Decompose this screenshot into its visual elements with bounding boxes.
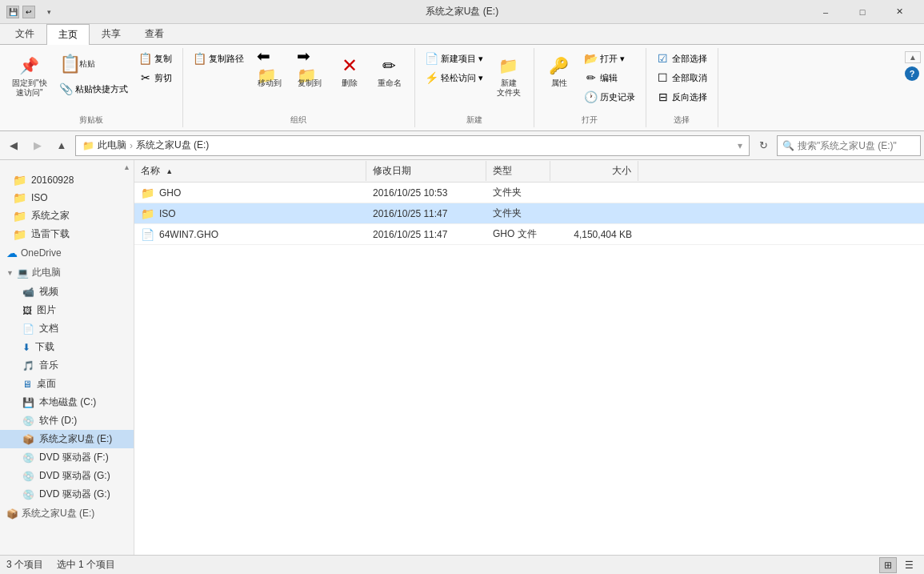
sidebar-item-thunder[interactable]: 📁 迅雷下载 [0, 225, 134, 243]
select-all-button[interactable]: ☑ 全部选择 [653, 50, 711, 67]
paste-shortcut-button[interactable]: 📎 粘贴快捷方式 [56, 80, 132, 98]
select-col: ☑ 全部选择 ☐ 全部取消 ⊟ 反向选择 [653, 50, 711, 106]
grid-view-button[interactable]: ⊞ [879, 557, 897, 573]
tab-view[interactable]: 查看 [133, 23, 176, 44]
downloads-icon: ⬇ [22, 342, 30, 353]
drive-g1-icon: 💿 [22, 471, 34, 482]
breadcrumb-part2[interactable]: 系统之家U盘 (E:) [136, 138, 209, 152]
breadcrumb-dropdown[interactable]: ▾ [738, 140, 742, 151]
easy-access-button[interactable]: ⚡ 轻松访问 ▾ [422, 69, 487, 86]
file-list: 名称 ▲ 修改日期 类型 大小 📁 GHO 2016/10/25 10:53 文… [134, 160, 924, 555]
copy-to-button[interactable]: ➡📁 复制到 [291, 50, 328, 91]
up-button[interactable]: ▲ [51, 136, 72, 155]
organize-col2: ⬅📁 移动到 [251, 50, 288, 91]
deselect-all-button[interactable]: ☐ 全部取消 [653, 69, 711, 86]
rename-button[interactable]: ✏ 重命名 [371, 50, 408, 91]
new-item-icon: 📄 [426, 52, 438, 65]
dropdown-icon[interactable]: ▾ [38, 2, 59, 22]
save-icon[interactable]: 💾 [6, 6, 19, 18]
edit-button[interactable]: ✏ 编辑 [581, 69, 639, 86]
breadcrumb-part1[interactable]: 此电脑 [98, 138, 126, 152]
pin-to-quick-access-button[interactable]: 📌 固定到"快速访问" [6, 50, 53, 101]
desktop-label: 桌面 [37, 377, 56, 391]
tab-home[interactable]: 主页 [46, 24, 90, 45]
minimize-button[interactable]: – [807, 0, 844, 24]
sidebar-item-20160928[interactable]: 📁 20160928 [0, 171, 134, 189]
open-button[interactable]: 📂 打开 ▾ [581, 50, 639, 67]
forward-button[interactable]: ▶ [27, 136, 48, 155]
sidebar-drive-g2[interactable]: 💿 DVD 驱动器 (G:) [0, 485, 134, 504]
sidebar-item-network[interactable]: 📦 系统之家U盘 (E:) [0, 504, 134, 524]
network-icon: 📦 [6, 508, 18, 520]
window-title: 系统之家U盘 (E:) [426, 5, 498, 18]
cut-icon: ✂ [139, 71, 152, 84]
col-header-date[interactable]: 修改日期 [366, 161, 486, 181]
sidebar-item-this-pc[interactable]: ▼ 💻 此电脑 [0, 263, 134, 283]
sidebar-drive-d[interactable]: 💿 软件 (D:) [0, 411, 134, 430]
cut-button[interactable]: ✂ 剪切 [135, 69, 176, 86]
new-folder-icon: 📁 [496, 53, 522, 78]
move-to-button[interactable]: ⬅📁 移动到 [251, 50, 288, 91]
drive-c-icon: 💾 [22, 397, 34, 408]
new-item-button[interactable]: 📄 新建项目 ▾ [422, 50, 487, 67]
file-row-1[interactable]: 📁 ISO 2016/10/25 11:47 文件夹 [134, 203, 924, 224]
ribbon-group-organize: 📋 复制路径 ⬅📁 移动到 ➡📁 复制到 ✕ 删除 [183, 48, 415, 127]
col-header-name[interactable]: 名称 ▲ [134, 161, 366, 181]
pc-icon: 💻 [17, 267, 29, 279]
paste-button[interactable]: 📋 粘贴 [56, 50, 132, 78]
open-label: 打开 ▾ [600, 53, 625, 65]
delete-button[interactable]: ✕ 删除 [331, 50, 368, 91]
invert-select-button[interactable]: ⊟ 反向选择 [653, 88, 711, 106]
new-folder-button[interactable]: 📁 新建文件夹 [490, 50, 527, 101]
maximize-button[interactable]: □ [844, 0, 881, 24]
col-header-size[interactable]: 大小 [550, 161, 638, 181]
search-input[interactable] [798, 140, 918, 151]
col-header-type[interactable]: 类型 [486, 161, 550, 181]
sidebar-item-systemhome[interactable]: 📁 系统之家 [0, 207, 134, 225]
file-row-2[interactable]: 📄 64WIN7.GHO 2016/10/25 11:47 GHO 文件 4,1… [134, 224, 924, 245]
col-date-label: 修改日期 [373, 165, 411, 176]
list-view-button[interactable]: ☰ [900, 557, 918, 573]
sidebar-label-iso: ISO [31, 192, 48, 203]
undo-icon[interactable]: ↩ [22, 6, 35, 18]
properties-button[interactable]: 🔑 属性 [541, 50, 578, 91]
ribbon-collapse-button[interactable]: ▲ [905, 51, 921, 63]
selected-count: 选中 1 个项目 [57, 559, 115, 570]
filelist-header: 名称 ▲ 修改日期 类型 大小 [134, 160, 924, 183]
organize-col5: ✏ 重命名 [371, 50, 408, 91]
paste-label: 粘贴 [79, 59, 95, 69]
copy-button[interactable]: 📋 复制 [135, 50, 176, 67]
sidebar-drive-f[interactable]: 💿 DVD 驱动器 (F:) [0, 448, 134, 467]
sidebar-item-music[interactable]: 🎵 音乐 [0, 356, 134, 375]
paste-icon: 📋 [62, 53, 79, 75]
tab-file[interactable]: 文件 [3, 23, 46, 44]
copy-icon: 📋 [139, 52, 152, 65]
sidebar-item-iso[interactable]: 📁 ISO [0, 189, 134, 207]
tab-share[interactable]: 共享 [90, 23, 133, 44]
select-group-label: 选择 [674, 114, 690, 126]
help-button[interactable]: ? [905, 66, 919, 81]
refresh-button[interactable]: ↻ [753, 136, 774, 155]
back-button[interactable]: ◀ [3, 136, 24, 155]
sidebar-item-desktop[interactable]: 🖥 桌面 [0, 375, 134, 393]
sidebar-item-onedrive[interactable]: ☁ OneDrive [0, 243, 134, 263]
sidebar-drive-c[interactable]: 💾 本地磁盘 (C:) [0, 393, 134, 411]
address-breadcrumb[interactable]: 📁 此电脑 › 系统之家U盘 (E:) ▾ [75, 135, 750, 156]
file-type-2: GHO 文件 [486, 226, 550, 243]
scroll-up-button[interactable]: ▲ [123, 163, 130, 171]
history-button[interactable]: 🕐 历史记录 [581, 88, 639, 106]
sidebar-item-pictures[interactable]: 🖼 图片 [0, 301, 134, 319]
sidebar-item-documents[interactable]: 📄 文档 [0, 319, 134, 338]
sidebar-drive-g1[interactable]: 💿 DVD 驱动器 (G:) [0, 467, 134, 485]
copy-path-button[interactable]: 📋 复制路径 [190, 50, 248, 67]
pin-label: 固定到"快速访问" [12, 78, 47, 98]
folder-icon-thunder: 📁 [13, 228, 26, 241]
sidebar-item-downloads[interactable]: ⬇ 下载 [0, 338, 134, 356]
sidebar-item-videos[interactable]: 📹 视频 [0, 283, 134, 301]
sidebar-drive-e[interactable]: 📦 系统之家U盘 (E:) [0, 430, 134, 448]
file-row-0[interactable]: 📁 GHO 2016/10/25 10:53 文件夹 [134, 183, 924, 203]
copy-label: 复制 [154, 53, 172, 65]
close-button[interactable]: ✕ [881, 0, 918, 24]
file-date-0: 2016/10/25 10:53 [366, 186, 486, 200]
select-all-icon: ☑ [657, 52, 670, 65]
